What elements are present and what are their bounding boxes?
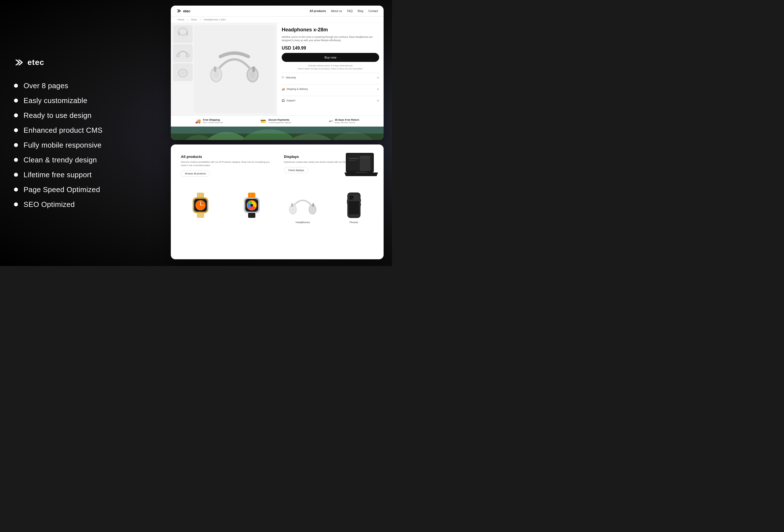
thumb-headphone-side: [175, 46, 191, 61]
nav-link-faq[interactable]: FAQ: [347, 9, 353, 12]
nav-link-contact[interactable]: Contact: [368, 9, 378, 12]
phones-label: Phones: [349, 221, 358, 224]
breadcrumb-home[interactable]: Home: [177, 18, 184, 21]
svg-point-10: [177, 54, 179, 57]
product-phones: Phones: [330, 191, 378, 224]
nav-link-about[interactable]: About us: [331, 9, 342, 12]
accordion-shipping[interactable]: 🚚 Shipping & delivery +: [282, 84, 379, 93]
breadcrumb-sep2: ›: [200, 18, 201, 21]
payment-text: Secure Payments Trusted payment options: [268, 118, 291, 124]
product-info: Headphones x-28m Whether you're on the m…: [277, 23, 384, 115]
products-listing-card: All products Discover endless possibilit…: [171, 144, 384, 259]
svg-point-14: [181, 72, 185, 75]
shipping-title: Free Shipping: [203, 118, 223, 121]
thumb-headphone-top: [175, 27, 191, 42]
svg-rect-79: [360, 199, 361, 202]
product-headphones: Headphones: [279, 191, 327, 224]
feature-item: Lifetime free support: [14, 170, 148, 179]
thumbnail-3[interactable]: [173, 63, 193, 81]
feature-text: Fully mobile responsive: [24, 141, 102, 149]
nav-links: All products About us FAQ Blog Contact: [310, 9, 378, 12]
thumbnail-1[interactable]: [173, 25, 193, 43]
nav-logo-text: etec: [183, 9, 190, 13]
accordion-expand-icon-3: +: [377, 98, 379, 103]
brand-logo-icon: [14, 57, 24, 67]
breadcrumb-product[interactable]: Headphones x-28m: [204, 18, 226, 21]
bullet-icon: [14, 128, 18, 132]
feature-text: Page Speed Optimized: [24, 185, 100, 194]
feature-item: Page Speed Optimized: [14, 185, 148, 194]
phones-image: [337, 191, 371, 219]
strip-free-return: ↩ 45 Days Free Return Easy, risk-free re…: [329, 118, 359, 124]
feature-text: Over 8 pages: [24, 82, 68, 90]
bullet-icon: [14, 202, 18, 206]
svg-rect-29: [171, 127, 384, 134]
svg-point-65: [311, 207, 314, 212]
headphones-svg: [289, 191, 317, 219]
bullet-icon: [14, 113, 18, 117]
return-desc: Easy, risk-free returns: [335, 121, 359, 124]
svg-rect-6: [178, 32, 180, 35]
bullet-icon: [14, 84, 18, 88]
svg-point-20: [250, 71, 255, 79]
svg-rect-78: [347, 200, 348, 204]
bullet-icon: [14, 188, 18, 192]
feature-text: Clean & trendy design: [24, 156, 97, 164]
return-title: 45 Days Free Return: [335, 118, 359, 121]
displays-category: Displays Experience crystal-clear clarit…: [279, 150, 378, 181]
nav-logo: etec: [176, 8, 190, 13]
thumbnail-2[interactable]: [173, 44, 193, 62]
feature-item: Fully mobile responsive: [14, 141, 148, 149]
thumbnail-column: [173, 25, 193, 113]
accordion-support[interactable]: 🎧 Support +: [282, 96, 379, 105]
main-product-image: [194, 25, 275, 113]
truck-icon: 🚚: [282, 88, 285, 90]
return-icon: ↩: [329, 118, 333, 124]
watch-2-svg: [239, 191, 264, 219]
feature-text: Lifetime free support: [24, 170, 91, 179]
brand-name: etec: [27, 58, 44, 67]
products-thumbnail-row: Headphones: [171, 191, 384, 228]
categories-grid: All products Discover endless possibilit…: [176, 150, 378, 181]
product-title: Headphones x-28m: [282, 27, 379, 33]
headphones-image: [286, 191, 319, 219]
all-products-category: All products Discover endless possibilit…: [176, 150, 275, 181]
all-products-desc: Discover endless possibilities with our …: [181, 161, 271, 167]
svg-point-62: [291, 207, 295, 212]
return-text: 45 Days Free Return Easy, risk-free retu…: [335, 118, 359, 124]
brand: etec: [14, 57, 148, 67]
accordion-warranty-label: 🛡 Warranty: [282, 76, 296, 79]
svg-rect-59: [248, 213, 255, 218]
feature-item: Over 8 pages: [14, 82, 148, 90]
product-watch-2: [228, 191, 276, 224]
svg-rect-67: [312, 203, 314, 207]
breadcrumb-store[interactable]: Store: [191, 18, 197, 21]
bullet-icon: [14, 173, 18, 177]
nature-image-svg: [171, 127, 384, 140]
svg-rect-66: [291, 203, 293, 207]
accordion-support-label: 🎧 Support: [282, 99, 296, 102]
thumb-headphone-cup: [175, 65, 191, 80]
check-displays-button[interactable]: Check displays: [284, 167, 308, 173]
buy-now-button[interactable]: Buy now: [282, 53, 379, 62]
accordion-warranty[interactable]: 🛡 Warranty +: [282, 73, 379, 82]
headset-icon: 🎧: [282, 99, 285, 102]
feature-text: SEO Optimized: [24, 200, 75, 209]
svg-rect-22: [252, 66, 255, 72]
svg-point-75: [352, 196, 353, 197]
svg-point-5: [179, 29, 186, 34]
shield-icon: 🛡: [282, 76, 284, 79]
svg-rect-80: [360, 203, 361, 206]
browse-all-products-button[interactable]: Browse all products: [181, 170, 210, 177]
breadcrumb-sep: ›: [187, 18, 188, 21]
shipping-icon: 🚚: [195, 118, 201, 124]
watch-2-image: [235, 191, 269, 219]
strip-secure-payments: 💳 Secure Payments Trusted payment option…: [260, 118, 291, 124]
product-page-card: etec All products About us FAQ Blog Cont…: [171, 6, 384, 140]
nav-link-blog[interactable]: Blog: [358, 9, 363, 12]
nav-link-all-products[interactable]: All products: [310, 9, 326, 12]
feature-item: Ready to use design: [14, 111, 148, 120]
product-price: USD 149.99: [282, 46, 379, 51]
accordion-expand-icon: +: [377, 75, 379, 80]
feature-text: Easly customizable: [24, 96, 87, 105]
